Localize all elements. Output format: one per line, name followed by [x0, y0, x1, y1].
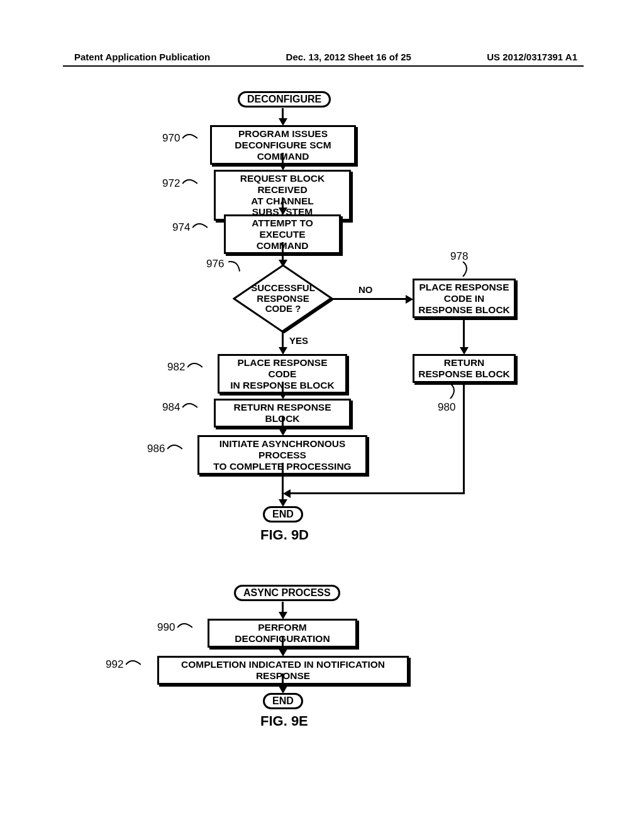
- terminator-async: ASYNC PROCESS: [234, 585, 340, 601]
- ref-leader-icon: [182, 179, 197, 189]
- header-right: US 2012/0317391 A1: [487, 52, 577, 62]
- terminator-deconfigure-label: DECONFIGURE: [247, 94, 321, 104]
- arrow: [282, 416, 284, 429]
- terminator-deconfigure: DECONFIGURE: [238, 91, 331, 108]
- terminator-end-9d-label: END: [272, 509, 294, 519]
- ref-970: 970: [162, 132, 180, 145]
- ref-984: 984: [162, 401, 180, 414]
- arrow: [282, 242, 284, 261]
- arrow: [331, 298, 407, 300]
- ref-leader-icon: [167, 444, 182, 454]
- arrowhead-left-icon: [283, 489, 291, 498]
- ref-974: 974: [172, 221, 190, 234]
- header-center: Dec. 13, 2012 Sheet 16 of 25: [286, 52, 411, 62]
- arrow: [463, 382, 465, 494]
- header-rule: [63, 65, 584, 67]
- figure-label-9d: FIG. 9D: [260, 527, 309, 543]
- ref-978: 978: [450, 250, 468, 263]
- terminator-end-9d: END: [263, 506, 303, 523]
- process-980: RETURN RESPONSE BLOCK: [413, 354, 516, 383]
- arrow: [282, 463, 284, 501]
- terminator-async-label: ASYNC PROCESS: [243, 587, 331, 598]
- terminator-end-9e: END: [263, 693, 303, 709]
- ref-986: 986: [147, 443, 165, 455]
- ref-leader-icon: [177, 622, 192, 633]
- ref-990: 990: [157, 621, 175, 634]
- decision-976: SUCCESSFUL RESPONSE CODE ?: [233, 264, 333, 333]
- arrow: [463, 317, 465, 348]
- ref-leader-icon: [182, 133, 197, 143]
- arrow: [282, 331, 284, 348]
- ref-leader-icon: [445, 384, 455, 399]
- edge-label-yes: YES: [289, 335, 308, 346]
- ref-982: 982: [167, 361, 185, 374]
- process-978-text: PLACE RESPONSE CODE IN RESPONSE BLOCK: [418, 282, 510, 315]
- ref-972: 972: [162, 177, 180, 190]
- arrow: [282, 673, 284, 687]
- figure-label-9e: FIG. 9E: [260, 713, 308, 729]
- arrow: [282, 636, 284, 650]
- ref-leader-icon: [126, 660, 141, 670]
- edge-label-no: NO: [358, 284, 373, 295]
- ref-leader-icon: [458, 262, 468, 277]
- ref-leader-icon: [187, 362, 203, 372]
- header-left: Patent Application Publication: [74, 52, 210, 62]
- ref-leader-icon: [192, 223, 208, 233]
- ref-980: 980: [438, 401, 455, 414]
- process-978: PLACE RESPONSE CODE IN RESPONSE BLOCK: [413, 279, 516, 318]
- ref-992: 992: [106, 658, 123, 671]
- ref-976: 976: [206, 258, 224, 270]
- terminator-end-9e-label: END: [272, 695, 294, 706]
- page-header: Patent Application Publication Dec. 13, …: [0, 52, 644, 62]
- arrow: [289, 492, 465, 494]
- process-980-text: RETURN RESPONSE BLOCK: [418, 357, 510, 379]
- decision-976-text: SUCCESSFUL RESPONSE CODE ?: [251, 283, 315, 314]
- ref-leader-icon: [182, 402, 197, 412]
